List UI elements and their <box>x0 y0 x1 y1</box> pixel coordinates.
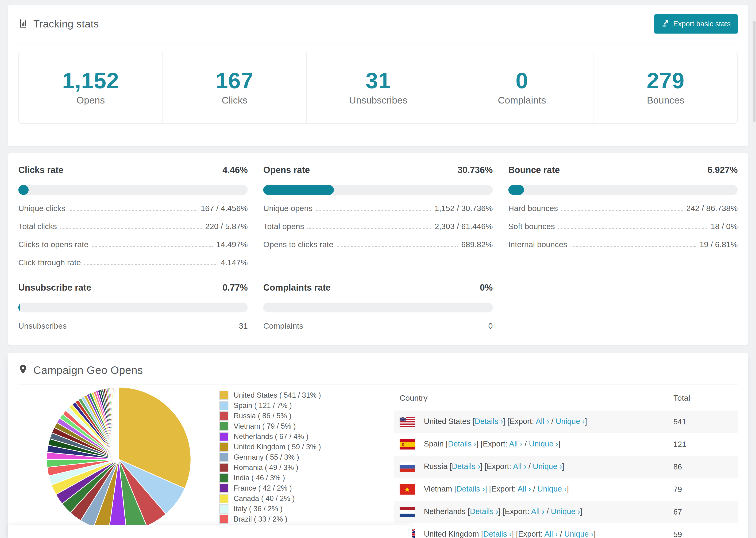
country-name: Russia <box>424 462 448 471</box>
export-icon <box>661 19 669 29</box>
country-name: Vietnam <box>424 484 452 493</box>
export-unique-link[interactable]: Unique › <box>556 417 585 426</box>
legend-item[interactable]: France ( 42 / 2% ) <box>219 483 394 493</box>
legend-item[interactable]: Netherlands ( 67 / 4% ) <box>219 431 394 442</box>
legend-color-swatch <box>219 432 229 441</box>
legend-item[interactable]: Brazil ( 33 / 2% ) <box>219 514 394 524</box>
rate-percent: 30.736% <box>458 165 493 175</box>
export-unique-link[interactable]: Unique › <box>533 462 562 471</box>
export-unique-link[interactable]: Unique › <box>551 507 580 516</box>
rate-progress-fill <box>18 302 20 312</box>
total-cell: 67 <box>668 501 738 523</box>
flag-icon-nl <box>400 507 415 517</box>
rate-detail-row: Click through rate 4.147% <box>18 258 248 267</box>
rate-percent: 4.46% <box>223 165 248 175</box>
export-all-link[interactable]: All › <box>531 507 544 516</box>
export-all-link[interactable]: All › <box>544 529 558 538</box>
rate-detail-row: Unsubscribes 31 <box>18 321 248 331</box>
rate-detail-label: Total opens <box>263 222 304 231</box>
legend-label: France ( 42 / 2% ) <box>234 484 292 493</box>
legend-label: Netherlands ( 67 / 4% ) <box>234 432 308 441</box>
legend-item[interactable]: Canada ( 40 / 2% ) <box>219 493 394 504</box>
legend-item[interactable]: Italy ( 36 / 2% ) <box>219 504 394 514</box>
rate-detail-row: Internal bounces 19 / 6.81% <box>508 240 738 249</box>
summary-stat-unsubscribes: 31 Unsubscribes <box>306 52 450 123</box>
pie-slice[interactable]: other <box>118 387 119 459</box>
column-header-country: Country <box>394 386 668 410</box>
legend-label: Brazil ( 33 / 2% ) <box>234 515 287 523</box>
rate-detail-value: 167 / 4.456% <box>201 204 248 213</box>
legend-item[interactable]: United States ( 541 / 31% ) <box>219 390 394 401</box>
legend-color-swatch <box>219 391 229 400</box>
export-all-link[interactable]: All › <box>536 417 549 426</box>
details-link[interactable]: Details › <box>457 484 485 493</box>
export-all-link[interactable]: All › <box>513 462 526 471</box>
legend-color-swatch <box>219 442 229 452</box>
rate-detail-value: 0 <box>488 321 493 331</box>
dotted-leader <box>306 328 485 328</box>
bottom-card-edge <box>8 525 412 538</box>
legend-label: India ( 46 / 3% ) <box>234 474 285 482</box>
rate-detail-label: Unique clicks <box>18 204 65 213</box>
rate-detail-value: 31 <box>239 321 248 331</box>
details-link[interactable]: Details › <box>475 417 503 426</box>
rate-percent: 0.77% <box>223 283 248 293</box>
legend-color-swatch <box>219 514 229 524</box>
details-link[interactable]: Details › <box>452 462 480 471</box>
stat-label: Bounces <box>596 95 735 106</box>
legend-label: Spain ( 121 / 7% ) <box>234 402 292 410</box>
summary-stats: 1,152 Opens 167 Clicks 31 Unsubscribes 0… <box>18 52 738 124</box>
legend-item[interactable]: Russia ( 86 / 5% ) <box>219 411 394 421</box>
country-row: Russia [Details ›] [Export: All › / Uniq… <box>394 456 738 478</box>
rate-title-row: Bounce rate 6.927% <box>508 165 738 175</box>
legend-item[interactable]: United Kingdom ( 59 / 3% ) <box>219 442 394 452</box>
tracking-stats-header: Tracking stats Export basic stats <box>18 5 738 43</box>
rate-detail-value: 4.147% <box>221 258 248 267</box>
rate-percent: 6.927% <box>707 165 738 175</box>
geo-legend: United States ( 541 / 31% ) Spain ( 121 … <box>219 385 394 538</box>
rate-detail-label: Unique opens <box>263 204 312 213</box>
scrollbar-thumb[interactable] <box>753 21 756 122</box>
export-unique-link[interactable]: Unique › <box>529 439 558 448</box>
geo-title: Campaign Geo Opens <box>33 364 143 377</box>
rate-detail-label: Opens to clicks rate <box>263 240 333 249</box>
legend-color-swatch <box>219 411 229 421</box>
details-link[interactable]: Details › <box>483 529 512 538</box>
country-row: Netherlands [Details ›] [Export: All › /… <box>394 501 738 523</box>
rate-title: Clicks rate <box>18 165 63 175</box>
rate-detail-row: Unique opens 1,152 / 30.736% <box>263 204 493 213</box>
rate-progress-track <box>508 185 738 195</box>
export-unique-link[interactable]: Unique › <box>537 484 567 493</box>
rate-progress-fill <box>18 185 28 195</box>
details-link[interactable]: Details › <box>448 439 476 448</box>
browser-scrollbar[interactable] <box>752 0 756 538</box>
export-all-link[interactable]: All › <box>517 484 531 493</box>
export-button-label: Export basic stats <box>673 20 730 28</box>
rate-detail-value: 242 / 86.738% <box>686 204 738 213</box>
geo-pie-chart[interactable]: United StatesSpainRussiaVietnamNetherlan… <box>18 385 219 538</box>
export-all-link[interactable]: All › <box>509 439 522 448</box>
legend-item[interactable]: Vietnam ( 79 / 5% ) <box>219 421 394 431</box>
tracking-stats-card: Tracking stats Export basic stats 1,152 … <box>8 5 748 146</box>
rate-detail-row: Unique clicks 167 / 4.456% <box>18 204 248 213</box>
dotted-leader <box>558 228 707 229</box>
dashboard-page: Tracking stats Export basic stats 1,152 … <box>0 0 756 538</box>
rate-progress-track <box>18 302 248 312</box>
rate-detail-value: 220 / 5.87% <box>205 222 248 231</box>
legend-item[interactable]: India ( 46 / 3% ) <box>219 473 394 483</box>
summary-stat-complaints: 0 Complaints <box>450 52 594 123</box>
total-cell: 541 <box>668 410 738 433</box>
dotted-leader <box>570 246 696 247</box>
total-cell: 121 <box>668 433 738 456</box>
total-cell: 86 <box>668 456 738 478</box>
legend-item[interactable]: Spain ( 121 / 7% ) <box>219 401 394 411</box>
export-basic-stats-button[interactable]: Export basic stats <box>654 14 738 33</box>
export-unique-link[interactable]: Unique › <box>564 529 594 538</box>
details-link[interactable]: Details › <box>470 507 498 516</box>
legend-item[interactable]: Romania ( 49 / 3% ) <box>219 462 394 473</box>
dotted-leader <box>307 228 431 229</box>
rate-block: Complaints rate 0% Complaints 0 <box>263 283 493 331</box>
legend-item[interactable]: Germany ( 55 / 3% ) <box>219 452 394 462</box>
country-row: Spain [Details ›] [Export: All › / Uniqu… <box>394 433 738 456</box>
country-name: Netherlands <box>424 507 465 516</box>
